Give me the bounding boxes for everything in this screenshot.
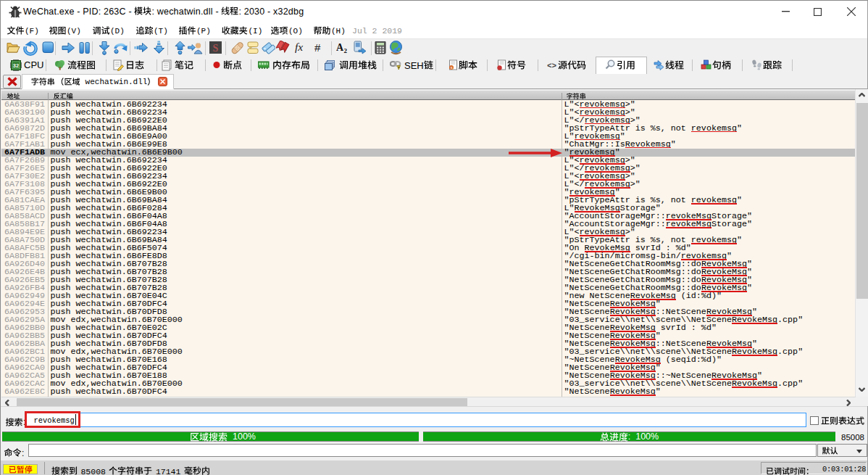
svg-text:s: s <box>451 65 453 70</box>
svg-text:#: # <box>314 41 321 54</box>
svg-text:<>: <> <box>547 62 557 70</box>
svg-text:S: S <box>213 43 219 54</box>
svg-text:fx: fx <box>295 41 303 53</box>
svg-text:A: A <box>336 42 344 53</box>
svg-text:2: 2 <box>344 47 348 54</box>
svg-text:32: 32 <box>13 62 19 69</box>
